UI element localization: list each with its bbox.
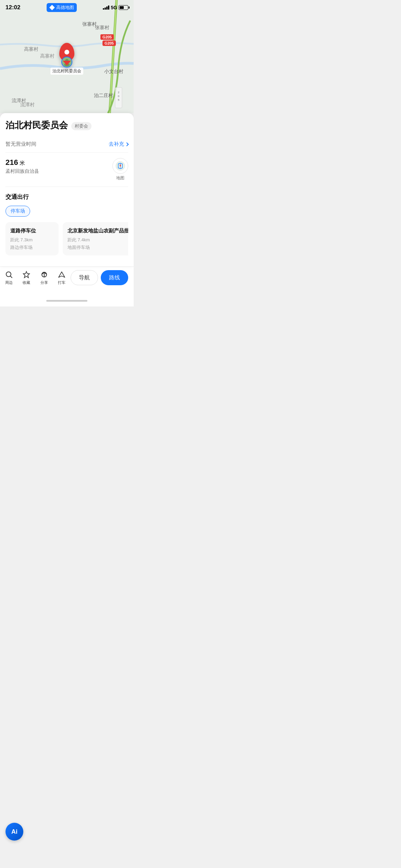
detail-panel: 泊北村民委员会 村委会 暂无营业时间 去补充 216 米 孟村回族自治县: [0, 113, 134, 266]
pin-label: 泊北村民委员会: [50, 68, 83, 75]
map-view[interactable]: G205 2 0 5 张寨村 高寨村 流潭村 小文台村 泊二庄村 G205: [0, 0, 134, 113]
star-icon: [22, 270, 31, 279]
road-badge: G205: [100, 34, 114, 40]
status-time: 12:02: [5, 4, 20, 11]
network-type: 5G: [111, 5, 117, 10]
distance-unit: 米: [20, 160, 25, 166]
parking-name-1: 北京新发地盐山农副产品批发市场停车场: [68, 227, 128, 234]
nav-item-nearby[interactable]: 周边: [0, 270, 18, 285]
filter-chips: 停车场: [5, 206, 128, 217]
place-tag: 村委会: [71, 122, 92, 130]
nav-item-taxi[interactable]: 打车: [53, 270, 71, 285]
village-gaozhai: 高寨村: [24, 46, 38, 52]
share-icon: [40, 270, 48, 279]
svg-point-21: [120, 165, 121, 166]
chevron-right-icon: [125, 142, 129, 146]
nav-label-nearby: 周边: [5, 280, 13, 285]
svg-point-17: [65, 59, 69, 62]
sub-location: 孟村回族自治县: [5, 168, 39, 174]
svg-point-16: [62, 57, 72, 67]
village-zhaizhai: 张寨村: [82, 21, 97, 27]
map-icon-label: 地图: [116, 175, 124, 181]
map-icon-circle: [112, 158, 128, 174]
signal-icon: [103, 5, 109, 10]
route-button[interactable]: 路线: [101, 270, 128, 285]
svg-text:2: 2: [118, 91, 120, 94]
app-indicator: 高德地图: [47, 3, 77, 12]
map-icon-button[interactable]: 地图: [112, 158, 128, 181]
place-name: 泊北村民委员会: [5, 120, 68, 131]
map-pin[interactable]: 泊北村民委员会: [50, 43, 83, 75]
status-bar: 12:02 高德地图 5G: [0, 0, 134, 15]
navigate-button[interactable]: 导航: [71, 270, 98, 285]
svg-marker-27: [59, 272, 65, 277]
nav-items: 周边 收藏 分享: [0, 270, 71, 285]
distance-row: 216 米 孟村回族自治县 地图: [5, 153, 128, 187]
nav-item-share[interactable]: 分享: [35, 270, 53, 285]
nav-actions: 导航 路线: [71, 270, 134, 285]
parking-dist-0: 距此 7.3km: [10, 237, 54, 243]
business-hours-row: 暂无营业时间 去补充: [5, 136, 128, 153]
nav-label-share: 分享: [40, 280, 48, 285]
taxi-icon: [58, 270, 66, 279]
village-xiaowentai: 小文台村: [104, 69, 123, 75]
distance-value: 216 米: [5, 158, 39, 167]
village-boerzhuang: 泊二庄村: [94, 93, 113, 99]
svg-point-18: [64, 63, 70, 67]
svg-rect-5: [115, 87, 122, 108]
app-name: 高德地图: [56, 4, 74, 11]
pin-dot: [64, 50, 69, 55]
pin-body: [59, 43, 74, 61]
home-bar: [46, 300, 87, 302]
parking-type-1: 地面停车场: [68, 244, 128, 251]
svg-text:5: 5: [118, 98, 120, 101]
distance-info: 216 米 孟村回族自治县: [5, 158, 39, 174]
map-nav-icon: [116, 161, 125, 171]
add-info-action[interactable]: 去补充: [109, 141, 128, 147]
svg-text:张寨村: 张寨村: [95, 25, 109, 30]
road-label: G205: [102, 40, 116, 46]
add-info-text: 去补充: [109, 141, 124, 147]
parking-card-0[interactable]: 道路停车位 距此 7.3km 路边停车场: [5, 222, 59, 255]
search-icon: [5, 270, 13, 279]
parking-type-0: 路边停车场: [10, 244, 54, 251]
parking-card-1[interactable]: 北京新发地盐山农副产品批发市场停车场 距此 7.4km 地面停车场: [63, 222, 128, 255]
battery-icon: [119, 5, 128, 10]
app-icon: [49, 5, 55, 10]
nav-label-taxi: 打车: [58, 280, 65, 285]
parking-cards: 道路停车位 距此 7.3km 路边停车场 北京新发地盐山农副产品批发市场停车场 …: [5, 222, 128, 261]
svg-marker-25: [23, 272, 29, 278]
nav-label-collect: 收藏: [23, 280, 30, 285]
nav-item-collect[interactable]: 收藏: [18, 270, 36, 285]
parking-dist-1: 距此 7.4km: [68, 237, 128, 243]
pin-avatar: [61, 57, 72, 68]
place-header: 泊北村民委员会 村委会: [5, 120, 128, 131]
business-hours-label: 暂无营业时间: [5, 141, 36, 147]
transport-title: 交通出行: [5, 193, 128, 201]
transport-section: 交通出行 停车场 道路停车位 距此 7.3km 路边停车场 北京新发地盐山农副产…: [5, 187, 128, 261]
village-liutan: 流潭村: [12, 98, 26, 104]
parking-name-0: 道路停车位: [10, 227, 54, 234]
status-right: 5G: [103, 5, 128, 10]
svg-text:0: 0: [118, 95, 120, 98]
home-indicator: [0, 295, 134, 306]
bottom-nav: 周边 收藏 分享: [0, 266, 134, 295]
filter-chip-parking[interactable]: 停车场: [5, 206, 30, 217]
svg-line-24: [10, 276, 12, 278]
